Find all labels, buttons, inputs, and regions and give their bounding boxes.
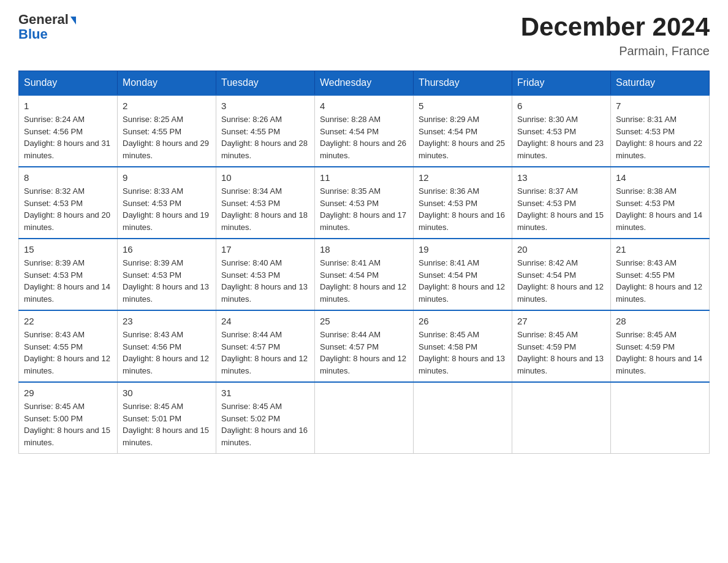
calendar-day-cell: 1Sunrise: 8:24 AMSunset: 4:56 PMDaylight… bbox=[19, 95, 118, 167]
day-number: 16 bbox=[123, 244, 211, 255]
calendar-day-cell: 29Sunrise: 8:45 AMSunset: 5:00 PMDayligh… bbox=[19, 382, 118, 454]
day-info: Sunrise: 8:45 AMSunset: 5:01 PMDaylight:… bbox=[123, 400, 211, 448]
column-header-thursday: Thursday bbox=[414, 71, 512, 96]
day-number: 13 bbox=[517, 172, 605, 183]
logo-general-text: General bbox=[18, 12, 69, 27]
calendar-day-cell: 6Sunrise: 8:30 AMSunset: 4:53 PMDaylight… bbox=[512, 95, 611, 167]
calendar-day-cell: 13Sunrise: 8:37 AMSunset: 4:53 PMDayligh… bbox=[512, 167, 611, 239]
day-info: Sunrise: 8:43 AMSunset: 4:56 PMDaylight:… bbox=[123, 329, 211, 377]
calendar-day-cell: 3Sunrise: 8:26 AMSunset: 4:55 PMDaylight… bbox=[216, 95, 315, 167]
day-number: 4 bbox=[320, 101, 408, 111]
calendar-week-row: 8Sunrise: 8:32 AMSunset: 4:53 PMDaylight… bbox=[19, 167, 710, 239]
calendar-day-cell: 10Sunrise: 8:34 AMSunset: 4:53 PMDayligh… bbox=[216, 167, 315, 239]
day-info: Sunrise: 8:41 AMSunset: 4:54 PMDaylight:… bbox=[320, 257, 408, 305]
calendar-table: SundayMondayTuesdayWednesdayThursdayFrid… bbox=[18, 71, 710, 454]
day-info: Sunrise: 8:39 AMSunset: 4:53 PMDaylight:… bbox=[123, 257, 211, 305]
day-number: 20 bbox=[517, 244, 605, 255]
day-info: Sunrise: 8:45 AMSunset: 4:59 PMDaylight:… bbox=[616, 329, 704, 377]
calendar-day-cell: 24Sunrise: 8:44 AMSunset: 4:57 PMDayligh… bbox=[216, 310, 315, 382]
day-info: Sunrise: 8:38 AMSunset: 4:53 PMDaylight:… bbox=[616, 185, 704, 233]
day-number: 14 bbox=[616, 172, 704, 183]
calendar-day-cell: 23Sunrise: 8:43 AMSunset: 4:56 PMDayligh… bbox=[118, 310, 216, 382]
calendar-day-cell: 17Sunrise: 8:40 AMSunset: 4:53 PMDayligh… bbox=[216, 239, 315, 310]
calendar-day-cell: 4Sunrise: 8:28 AMSunset: 4:54 PMDaylight… bbox=[315, 95, 414, 167]
day-info: Sunrise: 8:36 AMSunset: 4:53 PMDaylight:… bbox=[419, 185, 507, 233]
calendar-day-cell: 30Sunrise: 8:45 AMSunset: 5:01 PMDayligh… bbox=[118, 382, 216, 454]
day-number: 30 bbox=[123, 388, 211, 398]
day-info: Sunrise: 8:45 AMSunset: 5:00 PMDaylight:… bbox=[24, 400, 112, 448]
day-info: Sunrise: 8:45 AMSunset: 4:59 PMDaylight:… bbox=[517, 329, 605, 377]
title-block: December 2024 Parmain, France bbox=[521, 12, 710, 58]
day-info: Sunrise: 8:45 AMSunset: 5:02 PMDaylight:… bbox=[221, 400, 309, 448]
calendar-day-cell: 2Sunrise: 8:25 AMSunset: 4:55 PMDaylight… bbox=[118, 95, 216, 167]
calendar-day-cell: 18Sunrise: 8:41 AMSunset: 4:54 PMDayligh… bbox=[315, 239, 414, 310]
header: General Blue December 2024 Parmain, Fran… bbox=[18, 12, 710, 58]
day-number: 29 bbox=[24, 388, 112, 398]
day-info: Sunrise: 8:41 AMSunset: 4:54 PMDaylight:… bbox=[419, 257, 507, 305]
calendar-week-row: 22Sunrise: 8:43 AMSunset: 4:55 PMDayligh… bbox=[19, 310, 710, 382]
calendar-day-cell bbox=[611, 382, 710, 454]
column-header-saturday: Saturday bbox=[611, 71, 710, 96]
day-number: 19 bbox=[419, 244, 507, 255]
day-number: 3 bbox=[221, 101, 309, 111]
logo-arrow-icon bbox=[70, 17, 76, 25]
day-info: Sunrise: 8:33 AMSunset: 4:53 PMDaylight:… bbox=[123, 185, 211, 233]
day-number: 23 bbox=[123, 316, 211, 326]
day-number: 2 bbox=[123, 101, 211, 111]
day-info: Sunrise: 8:45 AMSunset: 4:58 PMDaylight:… bbox=[419, 329, 507, 377]
day-number: 12 bbox=[419, 172, 507, 183]
column-header-sunday: Sunday bbox=[19, 71, 118, 96]
calendar-day-cell bbox=[512, 382, 611, 454]
day-info: Sunrise: 8:44 AMSunset: 4:57 PMDaylight:… bbox=[320, 329, 408, 377]
day-number: 22 bbox=[24, 316, 112, 326]
calendar-week-row: 29Sunrise: 8:45 AMSunset: 5:00 PMDayligh… bbox=[19, 382, 710, 454]
calendar-day-cell: 14Sunrise: 8:38 AMSunset: 4:53 PMDayligh… bbox=[611, 167, 710, 239]
day-info: Sunrise: 8:28 AMSunset: 4:54 PMDaylight:… bbox=[320, 113, 408, 161]
day-info: Sunrise: 8:39 AMSunset: 4:53 PMDaylight:… bbox=[24, 257, 112, 305]
day-info: Sunrise: 8:31 AMSunset: 4:53 PMDaylight:… bbox=[616, 113, 704, 161]
calendar-day-cell: 5Sunrise: 8:29 AMSunset: 4:54 PMDaylight… bbox=[414, 95, 512, 167]
calendar-day-cell: 28Sunrise: 8:45 AMSunset: 4:59 PMDayligh… bbox=[611, 310, 710, 382]
day-number: 26 bbox=[419, 316, 507, 326]
page-title: December 2024 bbox=[521, 12, 710, 42]
calendar-header-row: SundayMondayTuesdayWednesdayThursdayFrid… bbox=[19, 71, 710, 96]
calendar-day-cell: 15Sunrise: 8:39 AMSunset: 4:53 PMDayligh… bbox=[19, 239, 118, 310]
day-info: Sunrise: 8:37 AMSunset: 4:53 PMDaylight:… bbox=[517, 185, 605, 233]
calendar-day-cell: 26Sunrise: 8:45 AMSunset: 4:58 PMDayligh… bbox=[414, 310, 512, 382]
subtitle: Parmain, France bbox=[521, 44, 710, 58]
calendar-day-cell: 8Sunrise: 8:32 AMSunset: 4:53 PMDaylight… bbox=[19, 167, 118, 239]
day-number: 7 bbox=[616, 101, 704, 111]
day-number: 17 bbox=[221, 244, 309, 255]
calendar-day-cell bbox=[315, 382, 414, 454]
day-info: Sunrise: 8:34 AMSunset: 4:53 PMDaylight:… bbox=[221, 185, 309, 233]
column-header-monday: Monday bbox=[118, 71, 216, 96]
day-number: 5 bbox=[419, 101, 507, 111]
day-info: Sunrise: 8:40 AMSunset: 4:53 PMDaylight:… bbox=[221, 257, 309, 305]
calendar-day-cell: 20Sunrise: 8:42 AMSunset: 4:54 PMDayligh… bbox=[512, 239, 611, 310]
day-info: Sunrise: 8:29 AMSunset: 4:54 PMDaylight:… bbox=[419, 113, 507, 161]
day-number: 8 bbox=[24, 172, 112, 183]
day-number: 9 bbox=[123, 172, 211, 183]
day-number: 10 bbox=[221, 172, 309, 183]
calendar-day-cell: 21Sunrise: 8:43 AMSunset: 4:55 PMDayligh… bbox=[611, 239, 710, 310]
calendar-day-cell: 12Sunrise: 8:36 AMSunset: 4:53 PMDayligh… bbox=[414, 167, 512, 239]
day-number: 24 bbox=[221, 316, 309, 326]
column-header-wednesday: Wednesday bbox=[315, 71, 414, 96]
day-info: Sunrise: 8:44 AMSunset: 4:57 PMDaylight:… bbox=[221, 329, 309, 377]
logo-blue-text: Blue bbox=[18, 26, 48, 42]
calendar-day-cell: 11Sunrise: 8:35 AMSunset: 4:53 PMDayligh… bbox=[315, 167, 414, 239]
logo: General Blue bbox=[18, 12, 76, 42]
day-info: Sunrise: 8:25 AMSunset: 4:55 PMDaylight:… bbox=[123, 113, 211, 161]
column-header-tuesday: Tuesday bbox=[216, 71, 315, 96]
day-info: Sunrise: 8:43 AMSunset: 4:55 PMDaylight:… bbox=[24, 329, 112, 377]
day-info: Sunrise: 8:24 AMSunset: 4:56 PMDaylight:… bbox=[24, 113, 112, 161]
day-number: 11 bbox=[320, 172, 408, 183]
day-info: Sunrise: 8:43 AMSunset: 4:55 PMDaylight:… bbox=[616, 257, 704, 305]
day-number: 1 bbox=[24, 101, 112, 111]
calendar-day-cell: 19Sunrise: 8:41 AMSunset: 4:54 PMDayligh… bbox=[414, 239, 512, 310]
calendar-day-cell: 25Sunrise: 8:44 AMSunset: 4:57 PMDayligh… bbox=[315, 310, 414, 382]
day-number: 21 bbox=[616, 244, 704, 255]
calendar-day-cell: 16Sunrise: 8:39 AMSunset: 4:53 PMDayligh… bbox=[118, 239, 216, 310]
calendar-day-cell: 7Sunrise: 8:31 AMSunset: 4:53 PMDaylight… bbox=[611, 95, 710, 167]
day-number: 6 bbox=[517, 101, 605, 111]
